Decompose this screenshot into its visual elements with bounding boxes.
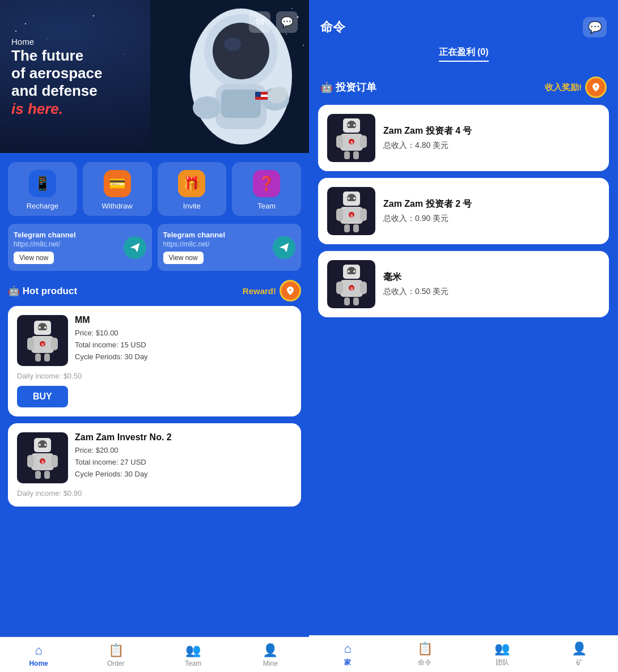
invest-title: 🤖 投资订单 <box>320 80 376 94</box>
product-info-2: Zam Zam Investr No. 2 Price: $20.00 Tota… <box>75 432 292 480</box>
nav-mine[interactable]: 👤 Mine <box>232 637 309 672</box>
left-bottom-nav: ⌂ Home 📋 Order 👥 Team 👤 Mine <box>0 637 309 672</box>
nav-order[interactable]: 📋 Order <box>77 637 154 672</box>
invest-income-2: 总收入：0.90 美元 <box>383 214 600 224</box>
invest-thumb-1: S <box>327 114 375 162</box>
recharge-button[interactable]: 📱 Recharge <box>8 162 77 216</box>
telegram-title-1: Telegram channel <box>14 231 119 239</box>
buy-button-1[interactable]: BUY <box>17 386 68 407</box>
invest-thumb-3: S <box>327 260 375 308</box>
svg-point-38 <box>39 444 41 446</box>
right-nav-home[interactable]: ⌂ 家 <box>309 636 386 672</box>
team-button[interactable]: ❓ Team <box>232 162 301 216</box>
right-scroll-area: S Zam Zam 投资者 4 号 总收入：4.80 美元 <box>309 105 618 635</box>
svg-point-39 <box>44 444 46 446</box>
product-name-2: Zam Zam Investr No. 2 <box>75 432 292 443</box>
product-cycle-2: Cycle Periods: 30 Day <box>75 469 292 480</box>
telegram-url-2: https://m8c.net/ <box>163 240 269 248</box>
invest-card-3: S 毫米 总收入：0.50 美元 <box>318 251 609 317</box>
invest-thumb-2: S <box>327 187 375 235</box>
view-now-btn-2[interactable]: View now <box>163 252 204 264</box>
order-nav-label: Order <box>107 660 125 667</box>
invite-icon: 🎁 <box>178 170 205 197</box>
nav-home[interactable]: ⌂ Home <box>0 637 77 672</box>
invest-name-2: Zam Zam 投资者 2 号 <box>383 198 600 210</box>
right-mine-nav-label: 矿 <box>576 658 583 667</box>
reward-button[interactable]: Reward! <box>243 280 301 301</box>
hot-product-header: 🤖 Hot product Reward! <box>0 277 309 306</box>
svg-text:S: S <box>350 214 353 218</box>
invest-info-3: 毫米 总收入：0.50 美元 <box>383 271 600 297</box>
home-nav-icon: ⌂ <box>35 643 42 658</box>
product-price-1: Price: $10.00 <box>75 328 292 339</box>
svg-rect-23 <box>51 338 58 350</box>
message-icon-btn[interactable]: ✉ <box>249 11 270 33</box>
product-thumb-1: S <box>17 315 68 366</box>
right-mine-nav-icon: 👤 <box>572 641 587 656</box>
telegram-title-2: Telegram channel <box>163 231 269 239</box>
profit-tab[interactable]: 正在盈利 (0) <box>309 43 618 71</box>
svg-text:S: S <box>350 287 353 291</box>
svg-point-8 <box>224 37 241 51</box>
invest-name-3: 毫米 <box>383 271 600 283</box>
telegram-card-1: Telegram channel https://m8c.net/ View n… <box>8 224 152 271</box>
right-nav-command[interactable]: 📋 命令 <box>386 636 463 672</box>
right-nav-team[interactable]: 👥 团队 <box>464 636 541 672</box>
svg-point-51 <box>353 124 355 126</box>
svg-rect-71 <box>360 282 367 294</box>
svg-rect-17 <box>255 97 268 100</box>
svg-rect-35 <box>51 455 58 467</box>
daily-income-1: Daily income: $0.50 <box>17 372 82 380</box>
svg-point-2 <box>286 33 287 35</box>
quick-actions: 📱 Recharge 💳 Withdraw 🎁 Invite ❓ Team <box>0 153 309 222</box>
income-reward-button[interactable]: 收入奖励! <box>545 76 607 98</box>
team-label: Team <box>257 202 276 210</box>
income-reward-circle <box>585 76 607 98</box>
withdraw-button[interactable]: 💳 Withdraw <box>83 162 152 216</box>
invest-info-1: Zam Zam 投资者 4 号 总收入：4.80 美元 <box>383 125 600 151</box>
invest-section-header: 🤖 投资订单 收入奖励! <box>309 71 618 105</box>
svg-rect-48 <box>344 151 350 159</box>
invest-card-1: S Zam Zam 投资者 4 号 总收入：4.80 美元 <box>318 105 609 171</box>
svg-rect-25 <box>44 354 50 361</box>
view-now-btn-1[interactable]: View now <box>14 252 54 264</box>
invest-income-3: 总收入：0.50 美元 <box>383 287 600 297</box>
svg-rect-49 <box>353 151 359 159</box>
invite-button[interactable]: 🎁 Invite <box>158 162 227 216</box>
svg-point-26 <box>39 326 41 329</box>
invite-label: Invite <box>183 202 201 210</box>
svg-point-4 <box>291 8 293 9</box>
daily-income-2: Daily income: $0.90 <box>17 489 82 497</box>
right-command-nav-label: 命令 <box>418 658 431 667</box>
svg-point-50 <box>348 124 350 126</box>
svg-rect-60 <box>344 224 350 232</box>
svg-rect-73 <box>353 297 359 305</box>
hero-icons: ✉ 💬 <box>249 11 298 33</box>
team-nav-icon: 👥 <box>185 643 201 658</box>
product-info-1: MM Price: $10.00 Total income: 15 USD Cy… <box>75 315 292 363</box>
right-nav-mine[interactable]: 👤 矿 <box>541 636 618 672</box>
left-panel: ✉ 💬 Home The future of aerospace and def… <box>0 0 309 672</box>
right-chat-icon[interactable]: 💬 <box>583 17 607 37</box>
svg-text:S: S <box>350 141 353 144</box>
svg-rect-76 <box>348 274 355 276</box>
product-card-1: S MM Price: $10.00 Total income: 15 USD … <box>8 306 301 416</box>
hero-title: The future of aerospace and defense is h… <box>11 47 102 118</box>
chat-icon-btn[interactable]: 💬 <box>276 11 298 33</box>
svg-point-62 <box>348 197 350 199</box>
svg-rect-24 <box>35 354 41 361</box>
svg-rect-10 <box>221 90 261 118</box>
right-command-nav-icon: 📋 <box>417 641 433 656</box>
svg-rect-52 <box>348 128 355 130</box>
svg-rect-37 <box>44 471 50 479</box>
svg-point-75 <box>353 270 355 273</box>
svg-rect-70 <box>336 282 343 294</box>
right-home-nav-label: 家 <box>344 658 351 667</box>
svg-rect-58 <box>336 209 343 221</box>
nav-team[interactable]: 👥 Team <box>155 637 232 672</box>
svg-rect-46 <box>336 135 343 148</box>
home-nav-label: Home <box>29 660 48 667</box>
invest-info-2: Zam Zam 投资者 2 号 总收入：0.90 美元 <box>383 198 600 224</box>
buy-btn-container-1: BUY <box>17 386 292 407</box>
recharge-icon: 📱 <box>29 170 56 197</box>
